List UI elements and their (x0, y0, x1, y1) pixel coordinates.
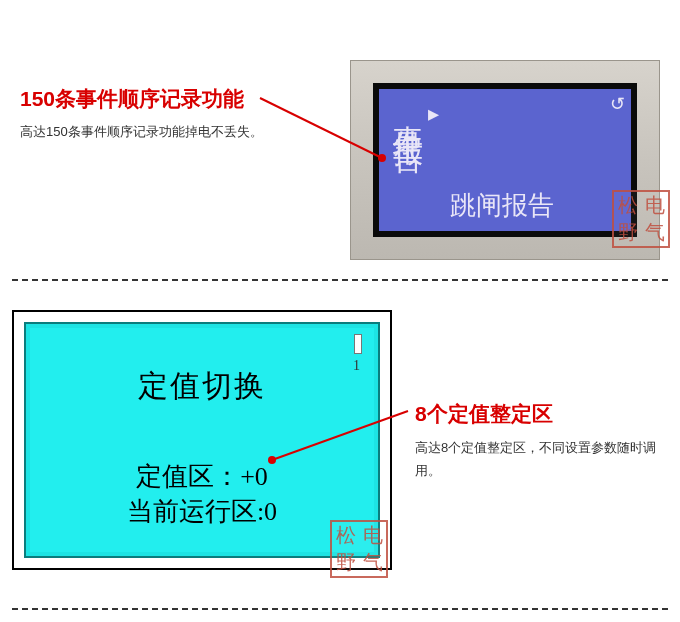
brand-stamp: 松 电 野 气 (330, 520, 388, 578)
cursor-icon (354, 334, 362, 354)
stamp-char: 松 (336, 522, 356, 549)
lcd-screen-2: 定值切换 定值区：+0 当前运行区:0 1 (24, 322, 380, 558)
lcd-screen-1: 事件报告 ▸ 跳闸报告 自检报告 遥信报告 报告清除 ↺ (373, 83, 637, 237)
lcd2-line2-value: :0 (257, 497, 277, 526)
stamp-char: 野 (618, 219, 638, 246)
stamp-char: 松 (618, 192, 638, 219)
refresh-icon: ↺ (610, 93, 625, 115)
stamp-char: 电 (645, 192, 665, 219)
feature-2-desc: 高达8个定值整定区，不同设置参数随时调用。 (415, 436, 665, 483)
lcd1-menu-item: 跳闸报告 (450, 191, 621, 222)
lcd2-line1: 定值区：+0 (26, 459, 378, 494)
lcd1-menu: ▸ 跳闸报告 自检报告 遥信报告 报告清除 (432, 99, 621, 221)
section-event-log: 150条事件顺序记录功能 高达150条事件顺序记录功能掉电不丢失。 事件报告 ▸… (0, 0, 680, 280)
lcd2-line2: 当前运行区:0 (26, 494, 378, 529)
lcd2-line1-value: +0 (240, 462, 268, 491)
feature-2-block: 8个定值整定区 高达8个定值整定区，不同设置参数随时调用。 (415, 400, 665, 483)
menu-arrow-icon: ▸ (428, 101, 439, 127)
stamp-char: 野 (336, 549, 356, 576)
lcd2-side-mark: 1 (353, 358, 360, 374)
lcd1-side-label: 事件报告 (387, 99, 432, 221)
lcd2-content: 定值切换 定值区：+0 当前运行区:0 1 (26, 324, 378, 556)
lcd2-line2-label: 当前运行区 (127, 497, 257, 526)
feature-1-title: 150条事件顺序记录功能 (20, 85, 300, 112)
stamp-char: 电 (363, 522, 383, 549)
lcd1-content: 事件报告 ▸ 跳闸报告 自检报告 遥信报告 报告清除 ↺ (379, 89, 631, 231)
feature-1-desc: 高达150条事件顺序记录功能掉电不丢失。 (20, 120, 300, 143)
feature-1-block: 150条事件顺序记录功能 高达150条事件顺序记录功能掉电不丢失。 (20, 85, 300, 144)
lcd2-line1-label: 定值区： (136, 462, 240, 491)
brand-stamp: 松 电 野 气 (612, 190, 670, 248)
feature-2-title: 8个定值整定区 (415, 400, 665, 428)
divider (12, 608, 668, 610)
stamp-char: 气 (645, 219, 665, 246)
stamp-char: 气 (363, 549, 383, 576)
lcd2-title: 定值切换 (26, 366, 378, 407)
